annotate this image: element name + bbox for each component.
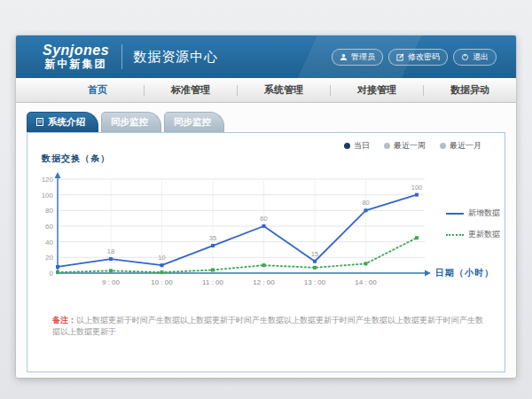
chart-panel: 当日 最近一周 最近一月 数据交换（条） 0204060801001209 : … [27, 132, 505, 372]
admin-user-label: 管理员 [351, 51, 375, 63]
radio-dot [344, 143, 350, 149]
y-axis-title: 数据交换（条） [42, 153, 110, 165]
svg-text:120: 120 [42, 176, 54, 184]
edit-icon [396, 53, 404, 61]
tab-label: 系统介绍 [48, 116, 85, 129]
svg-text:60: 60 [260, 215, 267, 223]
logo-company-name: 新中新集团 [43, 59, 109, 70]
power-icon [461, 53, 469, 61]
svg-text:14 : 00: 14 : 00 [355, 278, 377, 286]
svg-text:35: 35 [209, 234, 216, 242]
svg-text:9 : 00: 9 : 00 [102, 278, 121, 286]
tab-label: 同步监控 [174, 116, 211, 129]
company-logo: Synjones 新中新集团 [43, 43, 109, 69]
legend-label: 更新数据 [468, 229, 500, 240]
logo-wordmark: Synjones [43, 43, 109, 59]
svg-text:10 : 00: 10 : 00 [151, 278, 173, 286]
nav-item-home[interactable]: 首页 [51, 83, 144, 97]
legend-entry-updated-data: 更新数据 [446, 229, 500, 240]
radio-dot [384, 143, 390, 149]
nav-item-standard-mgmt[interactable]: 标准管理 [145, 83, 237, 97]
legend-line-swatch [446, 234, 464, 236]
range-filter-last-month[interactable]: 最近一月 [440, 140, 481, 152]
range-filter-label: 最近一月 [450, 140, 481, 152]
logout-label: 退出 [473, 51, 489, 63]
svg-text:40: 40 [45, 239, 53, 246]
legend-line-swatch [446, 213, 464, 215]
nav-item-data-change[interactable]: 数据异动 [424, 83, 516, 97]
range-filter-today[interactable]: 当日 [344, 140, 370, 152]
range-filter-group: 当日 最近一周 最近一月 [344, 140, 481, 152]
nav-item-system-mgmt[interactable]: 系统管理 [238, 83, 330, 97]
svg-text:0: 0 [50, 270, 54, 278]
app-header: Synjones 新中新集团 数据资源中心 管理员 修改密码 [16, 35, 516, 78]
page-title: 数据资源中心 [133, 49, 218, 66]
range-filter-label: 当日 [354, 140, 370, 152]
admin-user-button[interactable]: 管理员 [332, 49, 383, 66]
user-icon [340, 53, 348, 61]
logout-button[interactable]: 退出 [453, 49, 497, 66]
radio-dot [440, 143, 446, 149]
svg-text:11 : 00: 11 : 00 [202, 278, 223, 286]
change-password-label: 修改密码 [408, 51, 440, 63]
svg-text:10: 10 [158, 254, 165, 262]
svg-text:12 : 00: 12 : 00 [253, 278, 275, 286]
svg-text:100: 100 [411, 184, 423, 192]
range-filter-last-week[interactable]: 最近一周 [384, 140, 426, 152]
footnote: 备注：以上数据更新于时间产生数据以上数据更新于时间产生数据以上数据更新于时间产生… [52, 315, 487, 337]
footnote-text: 以上数据更新于时间产生数据以上数据更新于时间产生数据以上数据更新于时间产生数据以… [52, 316, 483, 336]
svg-text:60: 60 [45, 223, 53, 231]
main-nav: 首页 标准管理 系统管理 对接管理 数据异动 [16, 78, 516, 103]
tab-sync-monitor-2[interactable]: 同步监控 [164, 112, 224, 132]
legend-entry-new-data: 新增数据 [446, 207, 500, 219]
document-icon [36, 117, 43, 128]
tab-bar: 系统介绍 同步监控 同步监控 [27, 113, 505, 132]
svg-text:20: 20 [45, 254, 53, 262]
app-window: Synjones 新中新集团 数据资源中心 管理员 修改密码 [16, 35, 516, 378]
footnote-label: 备注： [52, 316, 76, 325]
header-divider [121, 44, 122, 69]
tab-system-intro[interactable]: 系统介绍 [27, 112, 98, 132]
line-chart: 0204060801001209 : 0010 : 0011 : 0012 : … [42, 168, 441, 293]
svg-text:100: 100 [42, 192, 54, 200]
range-filter-label: 最近一周 [394, 140, 426, 152]
tab-sync-monitor-1[interactable]: 同步监控 [101, 112, 161, 132]
svg-text:13 : 00: 13 : 00 [304, 278, 326, 286]
nav-item-interface-mgmt[interactable]: 对接管理 [331, 83, 423, 97]
chart-legend: 新增数据 更新数据 [446, 207, 500, 240]
svg-text:80: 80 [45, 207, 53, 215]
tab-label: 同步监控 [111, 116, 148, 129]
x-axis-title: 日期（小时） [435, 267, 494, 279]
change-password-button[interactable]: 修改密码 [388, 49, 448, 66]
svg-text:80: 80 [362, 199, 369, 207]
svg-text:15: 15 [311, 250, 318, 258]
legend-label: 新增数据 [468, 207, 500, 219]
user-menu: 管理员 修改密码 退出 [332, 49, 497, 66]
svg-text:18: 18 [107, 247, 114, 255]
